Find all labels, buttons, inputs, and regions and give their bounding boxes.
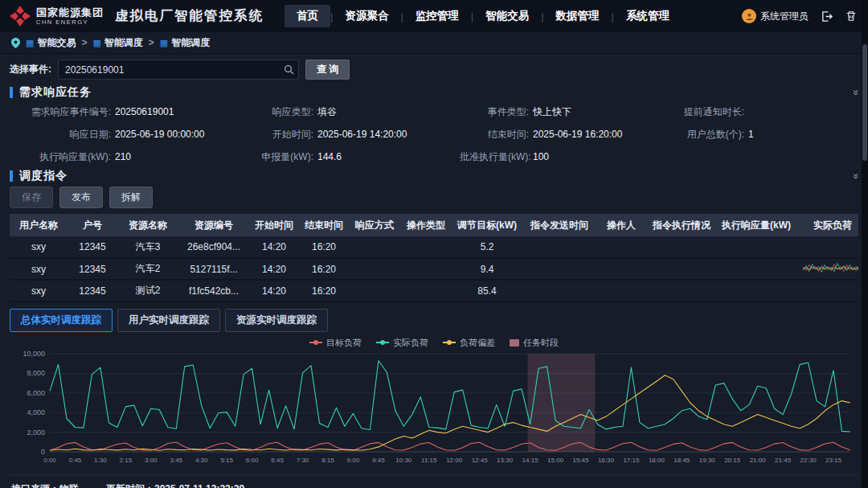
tab-resource-realtime[interactable]: 资源实时调度跟踪	[225, 309, 328, 332]
nav-item-3[interactable]: 监控管理	[403, 5, 471, 27]
table-cell	[522, 236, 596, 258]
search-icon[interactable]	[284, 64, 294, 78]
vertical-scrollbar	[862, 0, 868, 488]
event-search-input[interactable]	[58, 59, 299, 80]
svg-text:12:00: 12:00	[446, 457, 463, 464]
column-header-4: 资源编号	[178, 214, 249, 236]
table-cell: 汽车2	[117, 258, 178, 280]
svg-text:9:45: 9:45	[372, 457, 385, 464]
table-row[interactable]: sxy12345测试2f1fc542cb...14:2016:2085.4	[10, 280, 858, 301]
field-label: 事件类型:	[460, 105, 529, 119]
legend-item-3[interactable]: 负荷偏差	[443, 337, 495, 349]
tab-overall-realtime[interactable]: 总体实时调度跟踪	[10, 309, 113, 332]
svg-text:0:45: 0:45	[69, 457, 82, 464]
legend-item-1[interactable]: 目标负荷	[309, 337, 362, 349]
table-cell: 12345	[68, 236, 117, 258]
legend-item-2[interactable]: 实际负荷	[376, 337, 428, 349]
page-footer: 接口来源：物联 更新时间：2025-07-11 12:22:29	[10, 474, 858, 488]
query-row: 选择事件: 查 询	[10, 59, 858, 80]
svg-text:6:00: 6:00	[246, 457, 259, 464]
svg-text:8:15: 8:15	[321, 457, 334, 464]
breadcrumb-label: 智能调度	[171, 36, 210, 50]
breadcrumb-item-1[interactable]: ▦智能交易	[26, 36, 76, 50]
field-value: 快上快下	[533, 105, 571, 119]
avatar	[742, 9, 756, 23]
tracking-chart: 02,0004,0006,0008,00010,0000:000:451:302…	[10, 349, 858, 471]
column-header-10: 指令发送时间	[522, 214, 596, 236]
company-name-en: CHN ENERGY	[36, 18, 104, 26]
table-cell	[717, 236, 796, 258]
table-cell	[349, 236, 400, 258]
collapse-chevron-icon[interactable]: »	[851, 89, 859, 95]
demand-fields: 需求响应事件编号:20250619001响应类型:填谷事件类型:快上快下提前通知…	[10, 105, 858, 164]
breadcrumb: ▦智能交易>▦智能调度>▦智能调度	[26, 36, 210, 50]
publish-button[interactable]: 发布	[59, 187, 103, 208]
user-menu[interactable]: 系统管理员	[742, 9, 809, 23]
trash-icon[interactable]	[844, 9, 858, 23]
table-cell	[400, 258, 452, 280]
nav-item-2[interactable]: 资源聚合	[333, 5, 400, 27]
section-accent-bar	[10, 170, 13, 182]
legend-item-band[interactable]: 任务时段	[510, 337, 559, 349]
svg-text:4:30: 4:30	[195, 457, 208, 464]
table-cell: 26e8cf904...	[178, 236, 249, 258]
svg-text:15:45: 15:45	[572, 457, 589, 464]
legend-dot	[380, 340, 385, 345]
dispatch-section-title: 调度指令	[19, 169, 68, 183]
legend-dot	[313, 340, 318, 345]
svg-text:12:45: 12:45	[472, 457, 489, 464]
legend-label: 实际负荷	[393, 337, 428, 349]
table-cell	[796, 280, 858, 301]
legend-dot	[447, 340, 452, 345]
collapse-chevron-icon[interactable]: »	[851, 173, 859, 178]
company-logo-icon	[10, 6, 31, 27]
nav-item-5[interactable]: 数据管理	[544, 5, 612, 27]
legend-line-marker	[309, 342, 322, 343]
breadcrumb-item-3[interactable]: ▦智能调度	[160, 36, 210, 50]
table-cell: 测试2	[117, 280, 178, 301]
field-label: 批准执行量(kW):	[460, 150, 529, 164]
grid-icon: ▦	[92, 39, 100, 47]
column-header-11: 操作人	[596, 214, 646, 236]
field-value: 20250619001	[115, 106, 174, 117]
tab-user-realtime[interactable]: 用户实时调度跟踪	[117, 309, 220, 332]
field: 响应类型:填谷	[244, 105, 460, 119]
breadcrumb-label: 智能调度	[104, 36, 143, 50]
nav-item-4[interactable]: 智能交易	[473, 5, 541, 27]
save-button[interactable]: 保存	[10, 187, 53, 208]
grid-icon: ▦	[160, 39, 168, 47]
logout-icon[interactable]	[819, 9, 833, 23]
field-value: 1	[748, 129, 754, 140]
field-label: 用户总数(个):	[667, 128, 744, 141]
table-cell: 9.4	[452, 258, 522, 280]
field: 事件类型:快上快下	[460, 105, 667, 119]
table-cell: 16:20	[299, 280, 349, 301]
dispatch-table-wrap: 用户名称户号资源名称资源编号开始时间结束时间响应方式操作类型调节目标(kW)指令…	[10, 214, 858, 302]
location-pin-icon	[11, 38, 20, 48]
breadcrumb-item-2[interactable]: ▦智能调度	[92, 36, 142, 50]
table-cell: sxy	[10, 236, 68, 258]
nav-item-1[interactable]: 首页	[285, 5, 330, 27]
query-button[interactable]: 查 询	[305, 59, 350, 80]
table-cell	[596, 236, 646, 258]
table-row[interactable]: sxy12345汽车326e8cf904...14:2016:205.2	[10, 236, 858, 258]
svg-text:22:30: 22:30	[800, 457, 817, 464]
interface-source: 接口来源：物联	[11, 482, 79, 488]
svg-text:10,000: 10,000	[23, 350, 45, 358]
table-cell: 14:20	[249, 280, 299, 301]
field-label: 申报量(kW):	[244, 150, 313, 164]
table-row[interactable]: sxy12345汽车25127115f...14:2016:209.4	[10, 258, 858, 280]
nav-item-6[interactable]: 系统管理	[614, 5, 682, 27]
table-cell	[796, 236, 858, 258]
field: 用户总数(个):1	[667, 128, 858, 141]
column-header-13: 执行响应量(kW)	[717, 214, 796, 236]
svg-text:1:30: 1:30	[94, 457, 107, 464]
svg-text:20:15: 20:15	[724, 457, 741, 464]
legend-band-marker	[510, 339, 519, 347]
scrollbar-thumb[interactable]	[862, 44, 867, 161]
table-cell: 16:20	[299, 258, 349, 280]
field-label: 结束时间:	[460, 128, 529, 141]
split-button[interactable]: 拆解	[109, 187, 153, 208]
table-cell	[596, 258, 646, 280]
column-header-5: 开始时间	[249, 214, 299, 236]
